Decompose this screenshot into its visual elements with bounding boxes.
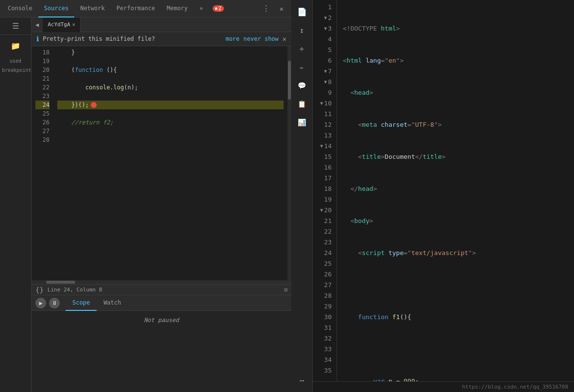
info-never-show-link[interactable]: never show [243,35,278,42]
code-line-25 [57,109,284,118]
code-row-6: </head> [343,184,568,194]
watch-tab[interactable]: Watch [97,295,128,311]
expand-status-icon[interactable]: ⊡ [284,287,287,293]
bottom-scope-panel: ▶ ⏸ Scope Watch Not paused [32,295,291,392]
code-row-9 [343,280,568,290]
code-editor-split: ◀ AcYdTgA ✕ ℹ Pretty-print this minified… [32,17,291,392]
sidebar-items-list: used breakpoints [0,56,31,392]
code-row-12: var n = 999; [343,376,568,381]
error-badge: 2 [213,5,224,12]
not-paused-text: Not paused [32,311,291,329]
code-line-22: console.log(n); [57,83,284,92]
code-line-20: (function (){ [57,66,284,74]
vertical-scroll-thumb[interactable] [288,61,291,100]
code-line-18: } [57,48,284,57]
play-button[interactable]: ▶ [35,298,46,308]
breakpoints-label: breakpoints [0,66,31,75]
code-line-27 [57,127,284,136]
status-bar: {} Line 24, Column 8 ⊡ [32,284,291,295]
right-nav-sort-icon[interactable]: ↕ [294,22,310,38]
code-line-19 [57,57,284,66]
tab-memory[interactable]: Memory [161,0,193,17]
tab-performance[interactable]: Performance [111,0,161,17]
line-numbers: 18 19 20 21 22 23 24 25 26 27 28 [32,46,53,280]
info-banner-links: more never show [225,35,278,42]
right-nav-cursor-icon[interactable]: ✛ [294,41,310,56]
file-tab-bar: ◀ AcYdTgA ✕ [32,17,291,32]
right-panel: 📄 ↕ ✛ ✏ 💬 📋 📊 ⋯ 1 ▼2 ▼3 4 5 6 [291,0,574,392]
right-nav-chart-icon[interactable]: 📊 [294,115,310,130]
code-line-21 [57,74,284,83]
file-tab-name: AcYdTgA [48,21,70,28]
right-nav-file-icon[interactable]: 📄 [294,4,310,19]
file-tab-close-icon[interactable]: ✕ [72,21,76,28]
info-banner-text: Pretty-print this minified file? [43,35,221,42]
watermark-text: https://blog.csdn.net/qq_39516708 [462,384,568,390]
right-code-content[interactable]: 1 ▼2 ▼3 4 5 6 ▼7 ▼8 9 ▼10 11 12 13 ▼14 1… [313,0,574,381]
bottom-url-bar: https://blog.csdn.net/qq_39516708 [313,381,574,392]
tab-console[interactable]: Console [2,0,38,17]
tab-sources[interactable]: Sources [38,0,75,17]
code-row-1: <!DOCTYPE html> [343,23,568,34]
debug-controls: ▶ ⏸ [32,298,64,308]
tab-network[interactable]: Network [74,0,111,17]
sources-sidebar: ☰ 📁 used breakpoints [0,17,32,392]
code-row-10: function f1(){ [343,312,568,323]
right-nav-layers-icon[interactable]: 📋 [294,96,310,112]
horizontal-scroll-thumb[interactable] [46,281,75,284]
brackets-icon: {} [35,286,44,294]
scope-tab[interactable]: Scope [66,295,97,311]
code-row-11 [343,344,568,355]
bottom-tab-bar: ▶ ⏸ Scope Watch [32,295,291,311]
code-row-2: <html lang="en"> [343,55,568,66]
right-nav-pencil-icon[interactable]: ✏ [294,59,310,75]
code-row-5: <title>Document</title> [343,152,568,162]
code-editor-main: 18 19 20 21 22 23 24 25 26 27 28 } [32,46,291,280]
right-devtools-nav: 📄 ↕ ✛ ✏ 💬 📋 📊 ⋯ [291,0,313,392]
right-code-body[interactable]: <!DOCTYPE html> <html lang="en"> <head> … [337,0,574,381]
error-marker-icon [91,102,97,108]
right-line-numbers: 1 ▼2 ▼3 4 5 6 ▼7 ▼8 9 ▼10 11 12 13 ▼14 1… [313,0,337,381]
code-line-26: //return f2; [57,118,284,127]
sources-content: ☰ 📁 used breakpoints ◀ AcYdTgA ✕ [0,17,291,392]
right-code-editor: 1 ▼2 ▼3 4 5 6 ▼7 ▼8 9 ▼10 11 12 13 ▼14 1… [313,0,574,392]
horizontal-scrollbar[interactable] [32,280,291,284]
cursor-position: Line 24, Column 8 [48,287,102,293]
code-line-28 [57,136,284,144]
code-content[interactable]: } (function (){ console.log(n); })(); [53,46,287,280]
file-tab-acydtga[interactable]: AcYdTgA ✕ [43,17,81,32]
info-banner: ℹ Pretty-print this minified file? more … [32,32,291,46]
right-nav-dots-icon[interactable]: ⋯ [294,373,310,388]
tab-bar: Console Sources Network Performance Memo… [0,0,291,17]
sidebar-expand-button[interactable]: ☰ [10,19,21,33]
code-line-24: })(); [57,101,284,109]
code-row-8: <script type="text/javascript"> [343,248,568,258]
tab-more[interactable]: » [194,0,209,17]
used-label: used [0,56,31,66]
tab-close-button[interactable]: ✕ [276,5,287,13]
sidebar-file-icon[interactable]: 📁 [7,37,24,54]
code-row-4: <meta charset="UTF-8"> [343,119,568,130]
right-nav-chat-icon[interactable]: 💬 [294,78,310,93]
code-row-7: <body> [343,216,568,226]
code-line-23 [57,92,284,101]
info-banner-close[interactable]: ✕ [283,35,287,43]
file-nav-back[interactable]: ◀ [32,19,43,30]
pause-button[interactable]: ⏸ [49,298,60,308]
devtools-window: Console Sources Network Performance Memo… [0,0,291,392]
code-row-3: <head> [343,87,568,98]
vertical-scrollbar[interactable] [287,46,291,280]
info-icon: ℹ [36,35,39,43]
info-more-link[interactable]: more [225,35,239,42]
tab-options-icon[interactable]: ⋮ [258,4,274,13]
